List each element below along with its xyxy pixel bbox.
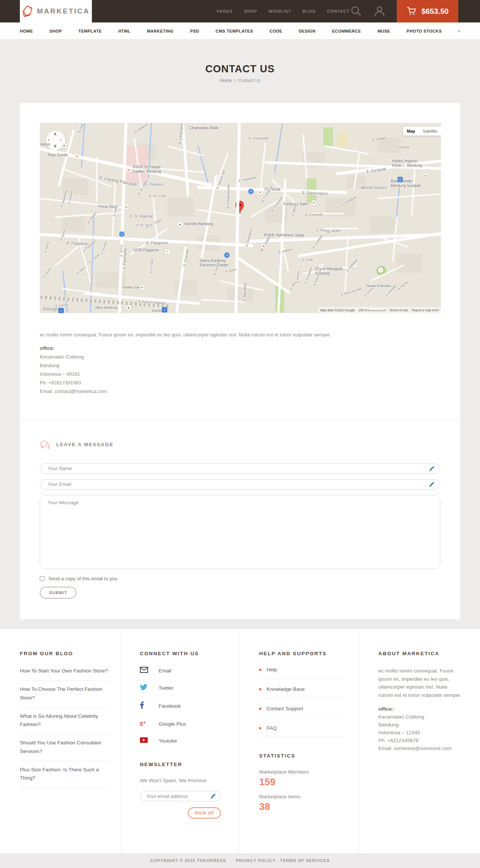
map-poi-station-icon[interactable]: ▪ [58, 308, 64, 313]
cat-nav-item-template[interactable]: TEMPLATE [78, 29, 102, 33]
chevron-down-icon[interactable]: ▾ [458, 29, 460, 33]
blog-link[interactable]: How To Choose The Perfect Fashion Store? [20, 681, 109, 708]
footer-help-heading: HELP AND SUPPORTS [259, 651, 344, 656]
footer-connect-heading: CONNECT WITH US [140, 651, 224, 656]
pan-down-icon[interactable]: ∨ [54, 143, 57, 148]
map-label: Kartika Sari [122, 285, 140, 290]
map-poi-museum-icon[interactable]: Π [423, 173, 428, 178]
header-nav-item-contact[interactable]: CONTACT [327, 9, 350, 13]
blog-link[interactable]: What is So Alluring About Celebrity Fash… [20, 708, 109, 735]
facebook-icon [140, 702, 149, 710]
map-poi-food-icon[interactable]: Ψ [74, 154, 80, 159]
brand-logo[interactable]: MARKETICA [20, 0, 92, 22]
newsletter-email-input[interactable] [140, 791, 221, 801]
leave-message-heading: LEAVE A MESSAGE [40, 440, 440, 449]
send-copy-label: Send a copy of this email to you [48, 576, 117, 581]
cat-nav-item-code[interactable]: CODE [270, 29, 282, 33]
map-poi-hospital-icon[interactable]: H [261, 244, 266, 249]
pan-right-icon[interactable]: › [60, 137, 62, 142]
social-link-email[interactable]: Email [140, 667, 224, 674]
header-nav-item-wishlist[interactable]: WISHLIST [268, 9, 291, 13]
map-poi-station-icon[interactable]: ▪ [162, 307, 167, 312]
map-label: Jl. Haji Yasin [77, 123, 88, 134]
map-area [396, 254, 422, 273]
map-poi-hospital-icon[interactable]: H [126, 167, 131, 172]
message-textarea[interactable] [40, 495, 440, 569]
search-icon[interactable] [350, 5, 362, 17]
map-poi-shop-icon[interactable]: ● [119, 232, 124, 237]
map-label: Jl. Baladewa [60, 190, 68, 208]
help-link[interactable]: Knowladge Base [259, 683, 344, 698]
map-poi-hotel-icon[interactable]: ■ [62, 143, 67, 148]
map-poi-shop-icon[interactable]: ● [224, 252, 230, 258]
map-label: Jl. Makmur [134, 123, 149, 134]
map-poi-gor-icon[interactable]: ● [165, 249, 170, 254]
youtube-icon [140, 737, 149, 744]
blog-link[interactable]: How To Start Your Own Fashion Store? [20, 667, 109, 681]
social-link-facebook[interactable]: Facebook [140, 702, 224, 710]
name-input[interactable] [40, 463, 440, 474]
map-type-map-button[interactable]: Map [403, 127, 419, 136]
cat-nav-item-ecommerce[interactable]: ECOMMERCE [332, 29, 361, 33]
submit-button[interactable]: SUBMIT [40, 587, 76, 599]
map-poi-hotel-icon[interactable]: ■ [126, 305, 131, 310]
map-water [90, 216, 94, 313]
map-poi-food-icon[interactable]: Ψ [258, 190, 263, 195]
pan-up-icon[interactable]: ∧ [54, 131, 57, 136]
bottom-links[interactable]: PRIVACY POLICY . TERMS OF SERVICES [236, 858, 330, 863]
breadcrumb: Home>Contact Us [0, 78, 480, 83]
cat-nav-item-psd[interactable]: PSD [190, 29, 199, 33]
map-road [370, 264, 404, 282]
footer-connect-column: CONNECT WITH US EmailTwitterFacebookg+Go… [121, 629, 239, 853]
map-poi-hotel-icon[interactable]: ■ [178, 222, 183, 227]
account-icon[interactable] [374, 5, 386, 17]
map-poi-park-icon[interactable]: ● [378, 267, 383, 273]
social-link-googleplus[interactable]: g+Google Plus [140, 720, 224, 728]
map-road [344, 235, 349, 291]
map-poi-food-icon[interactable]: Ψ [124, 204, 129, 209]
blog-link[interactable]: Plus Size Fashion: Is There Such a Thing… [20, 761, 109, 788]
breadcrumb-home-link[interactable]: Home [220, 78, 232, 83]
map-poi-hall-icon[interactable]: ▪ [319, 263, 324, 268]
help-link[interactable]: FAQ [259, 722, 344, 737]
social-label: Twitter [159, 685, 174, 691]
help-link[interactable]: Contact Support [259, 702, 344, 718]
cat-nav-item-muse[interactable]: MUSE [378, 29, 390, 33]
cat-nav-item-home[interactable]: HOME [20, 29, 33, 33]
map-poi-food-icon[interactable]: Ψ [140, 285, 145, 290]
send-copy-checkbox[interactable] [40, 576, 45, 581]
map-poi-museum-icon[interactable]: Π [311, 200, 316, 205]
bullet-icon [259, 708, 261, 710]
cat-nav-item-shop[interactable]: SHOP [50, 29, 62, 33]
help-links-list: HelpKnowladge BaseContact SupportFAQ [259, 667, 344, 737]
cat-nav-item-html[interactable]: HTML [118, 29, 130, 33]
cart-total: $653.50 [422, 7, 448, 16]
cat-nav-item-cms-templates[interactable]: CMS TEMPLATES [216, 29, 253, 33]
blog-link[interactable]: Should You Use Fashion Consultant Servic… [20, 734, 109, 761]
header-nav-item-shop[interactable]: SHOP [244, 9, 257, 13]
email-input[interactable] [40, 479, 440, 490]
map-label: Raja Sunda [48, 153, 68, 157]
cat-nav-item-photo-stocks[interactable]: PHOTO STOCKS [406, 29, 442, 33]
map-label: Jl. Bima [76, 266, 86, 276]
cat-nav-item-design[interactable]: DESIGN [298, 29, 315, 33]
map-type-satellite-button[interactable]: Satellite [419, 127, 441, 136]
pan-left-icon[interactable]: ‹ [48, 137, 50, 142]
statistics-list: Marketplace Members159Marketplace Items3… [259, 769, 344, 813]
help-link[interactable]: Help [259, 667, 344, 679]
map-terms-link[interactable]: Terms of Use [389, 308, 408, 312]
signup-button[interactable]: SIGN UP [188, 807, 221, 819]
header-nav-item-pages[interactable]: PAGES [217, 9, 233, 13]
social-link-twitter[interactable]: Twitter [140, 684, 224, 692]
google-map[interactable]: Map Satellite ∧ ∨ ‹ › Map data ©2015 Goo… [40, 123, 441, 313]
map-label: Cihampelas Walk [189, 126, 218, 130]
header-nav-item-blog[interactable]: BLOG [302, 9, 316, 13]
social-link-youtube[interactable]: Youtube [140, 737, 224, 744]
cat-nav-item-marketing[interactable]: MARKETING [147, 29, 174, 33]
map-report-link[interactable]: Report a map error [412, 308, 439, 312]
cart-button[interactable]: $653.50 [397, 0, 458, 22]
map-label: Jl. Kresna [88, 253, 100, 264]
map-poi-bank-icon[interactable]: ▪ [398, 177, 403, 182]
about-address-line: Bandung. [378, 721, 463, 729]
map-poi-shop-icon[interactable]: ● [248, 189, 254, 194]
